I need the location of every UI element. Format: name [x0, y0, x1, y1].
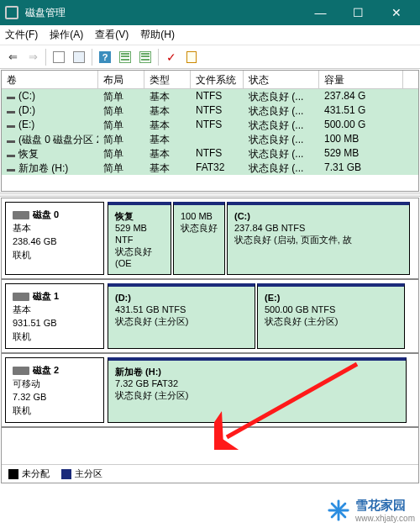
properties-button[interactable] — [182, 48, 201, 66]
volume-header-row: 卷 布局 类型 文件系统 状态 容量 — [2, 71, 418, 89]
partition[interactable]: 恢复529 MB NTF状态良好 (OE — [108, 202, 171, 275]
watermark-name: 雪花家园 — [355, 498, 415, 514]
disk-block: 磁盘 1基本931.51 GB联机(D:)431.51 GB NTFS状态良好 … — [2, 280, 418, 354]
disk-info[interactable]: 磁盘 2可移动7.32 GB联机 — [5, 357, 104, 423]
maximize-button[interactable]: ☐ — [339, 0, 377, 25]
volume-row[interactable]: (磁盘 0 磁盘分区 2)简单基本状态良好 (...100 MB — [2, 132, 418, 146]
window-controls: — ☐ ✕ — [302, 0, 415, 25]
volume-row[interactable]: (E:)简单基本NTFS状态良好 (...500.00 G — [2, 118, 418, 132]
view-button-1[interactable] — [50, 48, 68, 66]
partition[interactable]: (D:)431.51 GB NTFS状态良好 (主分区) — [108, 283, 255, 349]
close-button[interactable]: ✕ — [377, 0, 415, 25]
list-button-2[interactable] — [136, 48, 155, 66]
splitter[interactable] — [0, 193, 420, 197]
disk-block: 磁盘 2可移动7.32 GB联机新加卷 (H:)7.32 GB FAT32状态良… — [2, 354, 418, 428]
volume-row[interactable]: (C:)简单基本NTFS状态良好 (...237.84 G — [2, 89, 418, 103]
legend-unallocated: 未分配 — [8, 467, 50, 480]
disk-info[interactable]: 磁盘 0基本238.46 GB联机 — [5, 202, 104, 275]
col-header-type[interactable]: 类型 — [144, 71, 191, 88]
title-bar: 磁盘管理 — ☐ ✕ — [0, 0, 420, 25]
legend-primary: 主分区 — [61, 467, 102, 480]
col-header-capacity[interactable]: 容量 — [319, 71, 403, 88]
volume-row[interactable]: 新加卷 (H:)简单基本FAT32状态良好 (...7.31 GB — [2, 161, 418, 175]
disk-info[interactable]: 磁盘 1基本931.51 GB联机 — [5, 283, 104, 349]
menu-view[interactable]: 查看(V) — [95, 28, 129, 42]
volume-list-pane: 卷 布局 类型 文件系统 状态 容量 (C:)简单基本NTFS状态良好 (...… — [1, 70, 419, 192]
menu-action[interactable]: 操作(A) — [50, 28, 83, 42]
col-header-layout[interactable]: 布局 — [98, 71, 144, 88]
disk-map-pane: 磁盘 0基本238.46 GB联机恢复529 MB NTF状态良好 (OE100… — [1, 198, 419, 483]
volume-rows: (C:)简单基本NTFS状态良好 (...237.84 G(D:)简单基本NTF… — [2, 89, 418, 175]
app-icon — [5, 6, 18, 19]
help-icon[interactable]: ? — [96, 48, 114, 66]
partition[interactable]: 新加卷 (H:)7.32 GB FAT32状态良好 (主分区) — [108, 357, 407, 423]
menu-file[interactable]: 文件(F) — [5, 28, 38, 42]
swatch-black-icon — [8, 469, 18, 479]
back-button[interactable]: ⇐ — [3, 48, 22, 66]
volume-row[interactable]: (D:)简单基本NTFS状态良好 (...431.51 G — [2, 103, 418, 118]
col-header-volume[interactable]: 卷 — [2, 71, 98, 88]
menu-help[interactable]: 帮助(H) — [140, 28, 175, 42]
window-title: 磁盘管理 — [25, 6, 302, 20]
volume-row[interactable]: 恢复简单基本NTFS状态良好 (...529 MB — [2, 146, 418, 161]
watermark: 雪花家园 www.xhjaty.com — [327, 498, 415, 523]
partition[interactable]: (E:)500.00 GB NTFS状态良好 (主分区) — [257, 283, 405, 349]
watermark-url: www.xhjaty.com — [355, 514, 415, 523]
partition[interactable]: (C:)237.84 GB NTFS状态良好 (启动, 页面文件, 故 — [227, 202, 410, 275]
forward-button[interactable]: ⇒ — [24, 48, 42, 66]
col-header-filesystem[interactable]: 文件系统 — [191, 71, 244, 88]
check-button[interactable]: ✓ — [162, 48, 181, 66]
view-button-2[interactable] — [70, 48, 88, 66]
minimize-button[interactable]: — — [302, 0, 339, 25]
swatch-blue-icon — [61, 469, 71, 479]
toolbar: ⇐ ⇒ ? ✓ — [0, 45, 420, 69]
disk-block: 磁盘 0基本238.46 GB联机恢复529 MB NTF状态良好 (OE100… — [2, 198, 418, 280]
list-button-1[interactable] — [116, 48, 134, 66]
legend: 未分配 主分区 — [2, 464, 418, 483]
menu-bar: 文件(F) 操作(A) 查看(V) 帮助(H) — [0, 25, 420, 45]
col-header-status[interactable]: 状态 — [244, 71, 319, 88]
snowflake-icon — [327, 499, 350, 522]
partition[interactable]: 100 MB状态良好 — [173, 202, 225, 275]
